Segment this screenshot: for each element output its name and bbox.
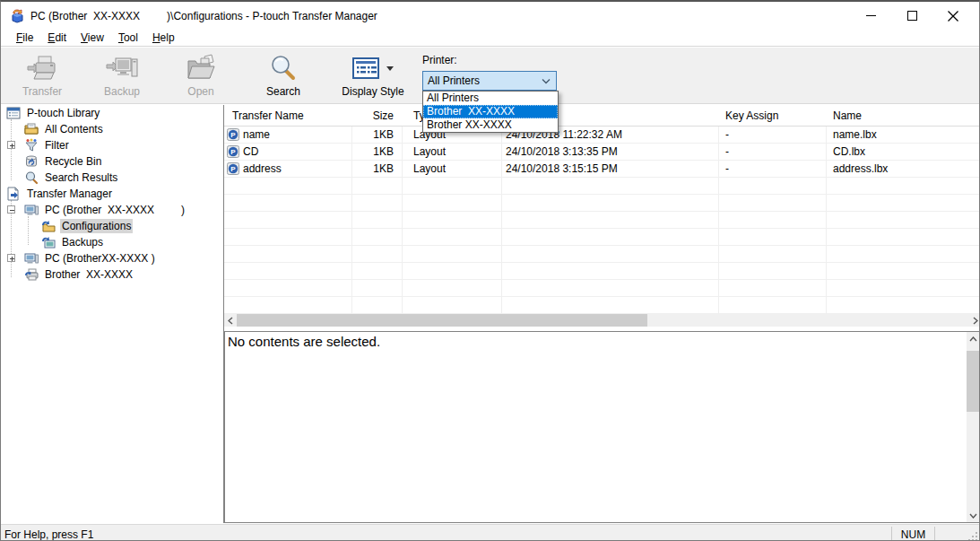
sidebar-item-pc-brother-2[interactable]: PC (BrotherXX-XXXX ) xyxy=(1,250,223,266)
printer-dropdown-list: All Printers Brother XX-XXXX Brother XX-… xyxy=(422,91,559,133)
table-row[interactable]: Pname 1KB Layout 24/10/2018 11:22:32 AM … xyxy=(224,127,980,144)
app-icon xyxy=(10,8,25,23)
search-button[interactable]: Search xyxy=(249,51,317,101)
menu-file[interactable]: File xyxy=(9,31,40,46)
layout-file-icon: P xyxy=(227,145,239,158)
scroll-down-icon xyxy=(969,513,977,519)
svg-text:P: P xyxy=(230,165,236,173)
printer-label: Printer: xyxy=(422,54,457,66)
sidebar-tree: P-touch Library All Contents Filter Recy… xyxy=(1,105,223,523)
printer-option-all[interactable]: All Printers xyxy=(423,92,558,105)
scroll-up-icon xyxy=(969,336,977,342)
scroll-up-button[interactable] xyxy=(967,332,980,345)
minimize-icon xyxy=(866,11,876,21)
expand-icon[interactable] xyxy=(7,254,15,262)
backup-label: Backup xyxy=(104,85,140,98)
menu-help[interactable]: Help xyxy=(145,31,182,46)
column-header-name[interactable]: Name xyxy=(826,105,980,127)
window-title: PC (Brother XX-XXXX )\Configurations - P… xyxy=(30,10,377,22)
sidebar-item-configurations[interactable]: Configurations xyxy=(1,218,223,234)
transfer-manager-icon xyxy=(6,187,21,201)
transfer-list: Transfer Name Size Type Date Key Assign … xyxy=(224,105,980,314)
table-row[interactable]: PCD 1KB Layout 24/10/2018 3:13:35 PM - C… xyxy=(224,144,980,161)
printer-option-brother-2[interactable]: Brother XX-XXXX xyxy=(423,118,558,132)
open-button[interactable]: Open xyxy=(167,51,235,101)
filter-icon xyxy=(24,138,39,153)
status-help-text: For Help, press F1 xyxy=(4,528,93,541)
close-button[interactable] xyxy=(932,2,974,30)
display-style-dropdown-icon[interactable] xyxy=(386,66,394,71)
content-area: P-touch Library All Contents Filter Recy… xyxy=(1,105,979,523)
app-window: PC (Brother XX-XXXX )\Configurations - P… xyxy=(0,0,980,541)
sidebar-item-brother-printer[interactable]: Brother XX-XXXX xyxy=(1,266,223,283)
transfer-button[interactable]: Transfer xyxy=(8,51,76,101)
sidebar-item-backups[interactable]: Backups xyxy=(1,234,223,250)
empty-row xyxy=(224,280,980,297)
display-style-icon xyxy=(352,57,379,79)
title-bar: PC (Brother XX-XXXX )\Configurations - P… xyxy=(1,2,979,30)
printer-combobox[interactable]: All Printers xyxy=(422,71,557,91)
maximize-icon xyxy=(907,11,917,21)
search-icon xyxy=(269,53,298,83)
computer-icon xyxy=(24,203,39,217)
computer-icon xyxy=(24,251,39,266)
horizontal-scrollbar[interactable] xyxy=(224,314,980,327)
sidebar-item-transfer-manager[interactable]: Transfer Manager xyxy=(1,186,223,202)
table-row[interactable]: Paddress 1KB Layout 24/10/2018 3:15:15 P… xyxy=(224,161,980,178)
status-bar: For Help, press F1 NUM xyxy=(1,524,979,541)
sidebar-item-filter[interactable]: Filter xyxy=(1,137,223,153)
recycle-bin-icon xyxy=(24,154,39,169)
layout-file-icon: P xyxy=(227,128,239,141)
printer-group: Printer: All Printers xyxy=(422,54,457,66)
display-style-label: Display Style xyxy=(342,85,403,98)
menu-bar: File Edit View Tool Help xyxy=(1,30,979,47)
vertical-scrollbar[interactable] xyxy=(967,332,980,522)
status-separator xyxy=(934,527,935,541)
scrollbar-track[interactable] xyxy=(236,314,969,327)
preview-pane: No contents are selected. xyxy=(224,331,980,523)
sidebar-item-all-contents[interactable]: All Contents xyxy=(1,121,223,137)
sidebar-item-search-results[interactable]: Search Results xyxy=(1,170,223,186)
scrollbar-thumb[interactable] xyxy=(967,351,980,412)
layout-file-icon: P xyxy=(227,162,239,175)
transfer-label: Transfer xyxy=(22,85,62,98)
printer-option-brother-1[interactable]: Brother XX-XXXX xyxy=(423,105,558,118)
empty-row xyxy=(224,195,980,212)
menu-view[interactable]: View xyxy=(74,31,111,46)
column-header-transfer-name[interactable]: Transfer Name xyxy=(224,105,351,127)
sidebar-item-pc-brother-1[interactable]: PC (Brother XX-XXXX ) xyxy=(1,202,223,218)
resize-grip-icon[interactable] xyxy=(967,530,978,541)
empty-row xyxy=(224,246,980,263)
table-header: Transfer Name Size Type Date Key Assign … xyxy=(224,105,980,127)
close-icon xyxy=(948,11,958,22)
table-body: Pname 1KB Layout 24/10/2018 11:22:32 AM … xyxy=(224,127,980,314)
sidebar-item-ptouch-library[interactable]: P-touch Library xyxy=(1,105,223,121)
scrollbar-thumb[interactable] xyxy=(237,314,647,327)
scroll-left-icon xyxy=(228,317,233,325)
expand-icon[interactable] xyxy=(7,141,15,149)
folder-contents-icon xyxy=(24,122,39,136)
backups-icon xyxy=(41,235,56,249)
column-header-key-assign[interactable]: Key Assign xyxy=(718,105,826,127)
backup-button[interactable]: Backup xyxy=(88,51,156,101)
collapse-icon[interactable] xyxy=(7,205,15,214)
library-icon xyxy=(6,106,21,120)
minimize-button[interactable] xyxy=(850,2,891,30)
menu-edit[interactable]: Edit xyxy=(40,31,74,46)
window-controls xyxy=(850,2,974,30)
column-header-size[interactable]: Size xyxy=(351,105,402,127)
svg-text:P: P xyxy=(230,148,236,156)
display-style-button[interactable]: Display Style xyxy=(330,51,416,101)
chevron-down-icon xyxy=(542,78,551,84)
scroll-down-button[interactable] xyxy=(967,509,980,522)
status-num-indicator: NUM xyxy=(892,528,934,541)
open-folder-icon xyxy=(185,53,217,83)
sidebar-item-recycle-bin[interactable]: Recycle Bin xyxy=(1,153,223,170)
maximize-button[interactable] xyxy=(891,2,932,30)
transfer-icon xyxy=(26,53,58,83)
scroll-left-button[interactable] xyxy=(224,314,236,327)
empty-row xyxy=(224,297,980,314)
menu-tool[interactable]: Tool xyxy=(111,31,145,46)
scroll-right-button[interactable] xyxy=(969,314,980,327)
backup-icon xyxy=(105,53,139,83)
